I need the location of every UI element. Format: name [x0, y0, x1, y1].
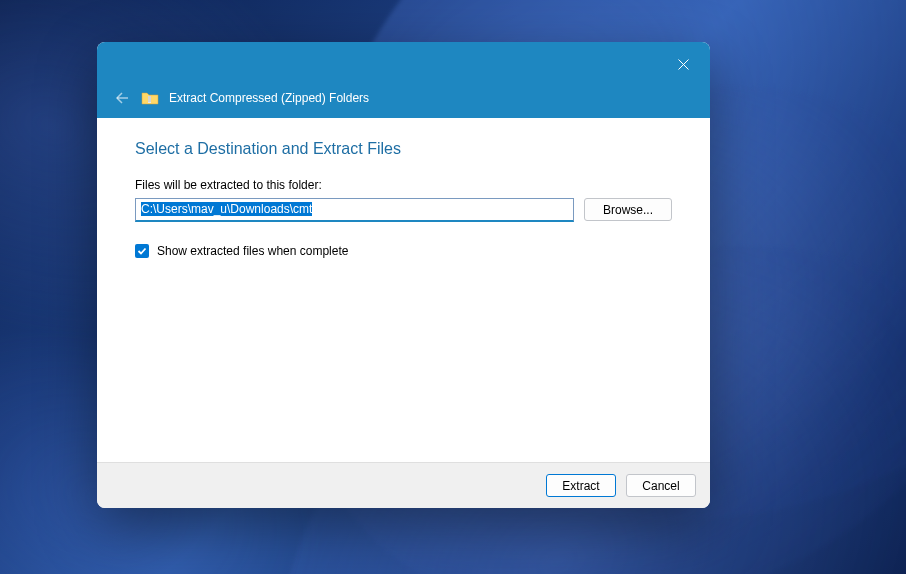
show-files-checkbox-row: Show extracted files when complete — [135, 244, 672, 258]
show-files-checkbox-label[interactable]: Show extracted files when complete — [157, 244, 348, 258]
extract-button[interactable]: Extract — [546, 474, 616, 497]
cancel-button[interactable]: Cancel — [626, 474, 696, 497]
path-label: Files will be extracted to this folder: — [135, 178, 672, 192]
checkmark-icon — [137, 246, 147, 256]
dialog-title: Extract Compressed (Zipped) Folders — [169, 91, 369, 105]
folder-zip-icon — [141, 90, 159, 106]
close-icon — [678, 59, 689, 70]
destination-path-input[interactable]: C:\Users\mav_u\Downloads\cmt — [135, 198, 574, 222]
content-area: Select a Destination and Extract Files F… — [97, 118, 710, 462]
back-arrow-icon — [114, 90, 130, 106]
header: Extract Compressed (Zipped) Folders — [97, 86, 710, 118]
path-text-selected: C:\Users\mav_u\Downloads\cmt — [141, 202, 312, 216]
close-button[interactable] — [660, 49, 706, 79]
page-heading: Select a Destination and Extract Files — [135, 140, 672, 158]
titlebar — [97, 42, 710, 86]
back-button[interactable] — [113, 89, 131, 107]
show-files-checkbox[interactable] — [135, 244, 149, 258]
path-row: C:\Users\mav_u\Downloads\cmt Browse... — [135, 198, 672, 222]
footer: Extract Cancel — [97, 462, 710, 508]
extract-dialog: Extract Compressed (Zipped) Folders Sele… — [97, 42, 710, 508]
browse-button[interactable]: Browse... — [584, 198, 672, 221]
